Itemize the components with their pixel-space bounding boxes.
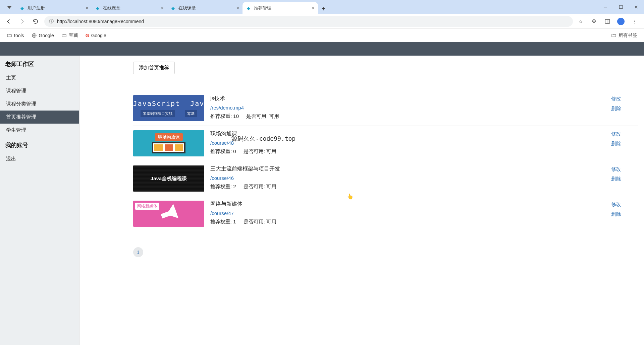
edit-link[interactable]: 修改 xyxy=(611,131,638,137)
edit-link[interactable]: 修改 xyxy=(611,201,638,208)
sidebar-item-course[interactable]: 课程管理 xyxy=(0,84,79,97)
close-window-button[interactable]: ✕ xyxy=(629,0,644,14)
back-button[interactable] xyxy=(4,17,13,26)
add-recommend-button[interactable]: 添加首页推荐 xyxy=(133,62,175,74)
favicon-icon: ◆ xyxy=(170,5,176,11)
bookmark-tools[interactable]: tools xyxy=(7,33,24,38)
minimize-button[interactable]: ─ xyxy=(598,0,613,14)
sidebar-item-student[interactable]: 学生管理 xyxy=(0,124,79,137)
app-body: 老师工作区 主页 课程管理 课程分类管理 首页推荐管理 学生管理 我的账号 退出… xyxy=(0,56,644,345)
course-meta: 推荐权重: 1 是否可用: 可用 xyxy=(210,219,605,225)
sidebar-item-recommend[interactable]: 首页推荐管理 xyxy=(0,111,79,124)
course-link[interactable]: /course/46 xyxy=(210,175,605,181)
close-icon[interactable]: × xyxy=(236,5,239,11)
sidebar: 老师工作区 主页 课程管理 课程分类管理 首页推荐管理 学生管理 我的账号 退出 xyxy=(0,56,79,345)
course-title: 三大主流前端框架与项目开发 xyxy=(210,165,605,172)
site-info-icon[interactable]: ⓘ xyxy=(49,18,54,24)
panel-icon[interactable] xyxy=(604,18,611,25)
tab-list-button[interactable] xyxy=(4,2,15,13)
edit-link[interactable]: 修改 xyxy=(611,166,638,172)
edit-link[interactable]: 修改 xyxy=(611,96,638,102)
browser-tab-3[interactable]: ◆ 推荐管理 × xyxy=(243,2,318,14)
tab-title: 推荐管理 xyxy=(254,5,271,11)
course-thumbnail[interactable]: 职场沟通课 xyxy=(133,130,204,156)
list-item: JavaScriptJav 零基础到项目实战零基 js技术 /res/demo.… xyxy=(133,91,638,126)
browser-chrome: ◆ 用户注册 × ◆ 在线课堂 × ◆ 在线课堂 × ◆ 推荐管理 × + ─ … xyxy=(0,0,644,42)
course-meta: 推荐权重: 2 是否可用: 可用 xyxy=(210,184,605,190)
profile-avatar[interactable] xyxy=(617,18,625,25)
new-tab-button[interactable]: + xyxy=(318,3,329,14)
sidebar-item-logout[interactable]: 退出 xyxy=(0,152,79,165)
browser-tab-1[interactable]: ◆ 在线课堂 × xyxy=(92,2,167,14)
delete-link[interactable]: 删除 xyxy=(611,211,638,217)
course-thumbnail[interactable]: Java全栈编程课 xyxy=(133,165,204,192)
list-item: Java全栈编程课 三大主流前端框架与项目开发 /course/46 推荐权重:… xyxy=(133,161,638,196)
tab-strip: ◆ 用户注册 × ◆ 在线课堂 × ◆ 在线课堂 × ◆ 推荐管理 × + ─ … xyxy=(0,0,644,14)
toolbar-right: ☆ ⋮ xyxy=(577,18,640,25)
bookmark-google-2[interactable]: GGoogle xyxy=(86,33,106,38)
list-item: 网络新媒体 网络与新媒体 /course/47 推荐权重: 1 是否可用: 可用… xyxy=(133,196,638,231)
close-icon[interactable]: × xyxy=(312,5,315,11)
course-thumbnail[interactable]: JavaScriptJav 零基础到项目实战零基 xyxy=(133,95,204,121)
course-thumbnail[interactable]: 网络新媒体 xyxy=(133,201,204,227)
cursor-icon: 👆 xyxy=(347,193,354,200)
menu-icon[interactable]: ⋮ xyxy=(631,18,638,25)
main-content: 添加首页推荐 JavaScriptJav 零基础到项目实战零基 js技术 /re… xyxy=(79,56,644,345)
all-bookmarks[interactable]: 所有书签 xyxy=(611,32,637,39)
delete-link[interactable]: 删除 xyxy=(611,106,638,112)
maximize-button[interactable]: ☐ xyxy=(613,0,629,14)
reload-button[interactable] xyxy=(31,17,40,26)
course-link[interactable]: /course/47 xyxy=(210,210,605,216)
delete-link[interactable]: 删除 xyxy=(611,141,638,147)
bookmark-bar: tools Google 宝藏 GGoogle 所有书签 xyxy=(0,29,644,42)
url-field[interactable]: ⓘ http://localhost:8080/manageRecommend xyxy=(44,16,573,27)
star-icon[interactable]: ☆ xyxy=(577,18,584,25)
favicon-icon: ◆ xyxy=(246,5,251,11)
course-title: 网络与新媒体 xyxy=(210,201,605,208)
delete-link[interactable]: 删除 xyxy=(611,176,638,182)
list-item: 职场沟通课 职场沟通课 /course/48 推荐权重: 0 是否可用: 可用 … xyxy=(133,126,638,161)
watermark-center: 源码久久-code99.top xyxy=(231,135,296,143)
sidebar-section-teacher: 老师工作区 xyxy=(0,56,79,71)
page-1[interactable]: 1 xyxy=(133,247,143,257)
browser-tab-0[interactable]: ◆ 用户注册 × xyxy=(16,2,92,14)
tab-title: 用户注册 xyxy=(28,5,45,11)
course-link[interactable]: /res/demo.mp4 xyxy=(210,105,605,111)
window-controls: ─ ☐ ✕ xyxy=(598,0,644,14)
course-title: js技术 xyxy=(210,95,605,102)
url-text: http://localhost:8080/manageRecommend xyxy=(57,19,144,24)
tab-title: 在线课堂 xyxy=(103,5,120,11)
svg-rect-0 xyxy=(605,19,610,23)
favicon-icon: ◆ xyxy=(19,5,25,11)
tab-title: 在线课堂 xyxy=(178,5,196,11)
address-bar: ⓘ http://localhost:8080/manageRecommend … xyxy=(0,14,644,29)
bookmark-google[interactable]: Google xyxy=(32,33,54,38)
sidebar-item-category[interactable]: 课程分类管理 xyxy=(0,97,79,111)
forward-button[interactable] xyxy=(17,17,27,26)
course-meta: 推荐权重: 10 是否可用: 可用 xyxy=(210,113,605,120)
app-header-bar xyxy=(0,42,644,56)
close-icon[interactable]: × xyxy=(86,5,88,11)
favicon-icon: ◆ xyxy=(95,5,100,11)
course-meta: 推荐权重: 0 是否可用: 可用 xyxy=(210,148,605,155)
sidebar-section-account: 我的账号 xyxy=(0,137,79,152)
close-icon[interactable]: × xyxy=(161,5,164,11)
extensions-icon[interactable] xyxy=(590,18,598,25)
bookmark-treasure[interactable]: 宝藏 xyxy=(61,32,78,39)
browser-tab-2[interactable]: ◆ 在线课堂 × xyxy=(167,2,243,14)
sidebar-item-home[interactable]: 主页 xyxy=(0,71,79,84)
pagination: 1 xyxy=(133,247,638,257)
recommend-list: JavaScriptJav 零基础到项目实战零基 js技术 /res/demo.… xyxy=(133,91,638,231)
